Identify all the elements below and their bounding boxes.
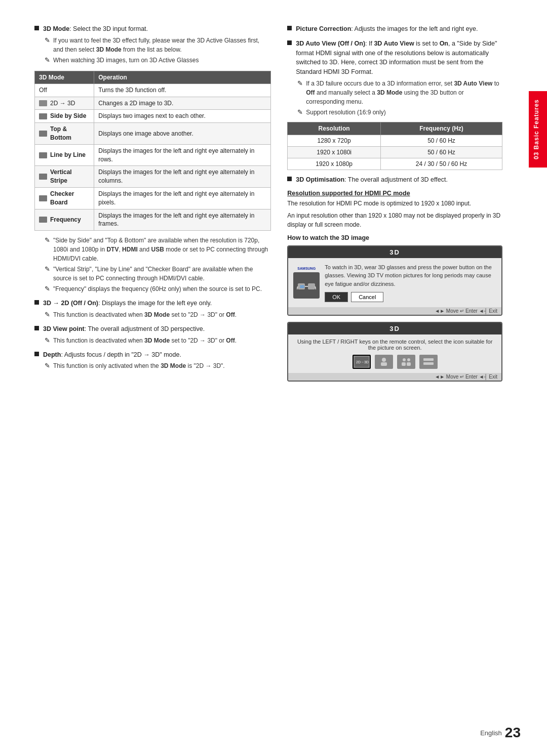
pencil-icon-7: ✎ <box>45 337 50 344</box>
page-number-bar: English 23 <box>480 726 521 740</box>
mode-icon <box>39 100 47 106</box>
dialog2-text: Using the LEFT / RIGHT keys on the remot… <box>297 339 492 351</box>
dialog2-body: Using the LEFT / RIGHT keys on the remot… <box>288 334 501 373</box>
sub-text-depth: This function is only activated when the… <box>53 361 225 370</box>
bullet-3d-mode-text: 3D Mode: Select the 3D input format. <box>43 24 148 34</box>
cancel-button[interactable]: Cancel <box>351 292 383 302</box>
res-cell: 1920 x 1080i <box>288 146 381 158</box>
3d-viewpoint-text: 3D View point: The overall adjustment of… <box>43 324 205 334</box>
pencil-icon-8: ✎ <box>45 362 50 369</box>
picture-correction-label: Picture Correction <box>296 25 351 32</box>
operation-cell: Displays two images next to each other. <box>94 110 271 123</box>
svg-rect-15 <box>407 362 411 366</box>
3d-auto-view-label: 3D Auto View (Off / On) <box>296 40 365 47</box>
hdmi-section-heading: Resolution supported for HDMI PC mode <box>287 190 502 197</box>
svg-rect-17 <box>423 358 434 361</box>
3d-2d-text: 3D → 2D (Off / On): Displays the image f… <box>43 299 212 308</box>
depth-text: Depth: Adjusts focus / depth in "2D → 3D… <box>43 350 181 360</box>
bullet-icon <box>34 300 39 305</box>
table-row: Top & Bottom Displays one image above an… <box>35 123 271 145</box>
table-header-operation: Operation <box>94 71 271 83</box>
svg-text:2D→3D: 2D→3D <box>356 360 369 364</box>
bullet-icon <box>287 26 292 30</box>
person-icon-2 <box>399 357 413 367</box>
table-row: 2D → 3D Changes a 2D image to 3D. <box>35 97 271 110</box>
svg-rect-14 <box>402 362 406 366</box>
pencil-icon-2: ✎ <box>45 56 50 64</box>
bullet-3d-mode: 3D Mode: Select the 3D input format. ✎ I… <box>34 24 271 65</box>
bullet-icon <box>34 352 39 356</box>
bullet-icon <box>287 177 292 181</box>
section-tab: 03 Basic Features <box>529 91 547 167</box>
svg-rect-1 <box>308 283 315 289</box>
mode-cell: Frequency <box>35 209 94 231</box>
res-header-res: Resolution <box>288 122 381 135</box>
dialog-icon-area: SAMSUNG 3D <box>293 267 320 299</box>
sub-text-viewpoint: This function is deactivated when 3D Mod… <box>53 336 237 345</box>
d2-icon-4 <box>419 355 438 369</box>
svg-rect-11 <box>399 357 413 367</box>
dialog-box-1: 3D SAMSUNG 3D <box>287 245 502 316</box>
page-number: 23 <box>505 726 521 740</box>
svg-rect-10 <box>381 362 387 366</box>
sub-bullet-2: ✎ When watching 3D images, turn on 3D Ac… <box>45 56 271 65</box>
note-text-2: "Vertical Strip", "Line by Line" and "Ch… <box>53 265 271 283</box>
mode-label: 3D Mode <box>43 25 69 32</box>
dialog-header-1: 3D <box>288 246 501 258</box>
pencil-icon-9: ✎ <box>297 79 303 87</box>
dialog-header-2: 3D <box>288 323 501 334</box>
table-row: Vertical Stripe Displays the images for … <box>35 166 271 188</box>
sub-bullet-auto-view-2: ✎ Support resolution (16:9 only) <box>297 108 502 117</box>
mode-cell: Side by Side <box>35 110 94 123</box>
table-row: Side by Side Displays two images next to… <box>35 110 271 123</box>
res-cell: 1280 x 720p <box>288 135 381 146</box>
bullet-3d-to-2d: 3D → 2D (Off / On): Displays the image f… <box>34 299 271 319</box>
mode-icon <box>39 131 47 137</box>
note-text-1: "Side by Side" and "Top & Bottom" are av… <box>53 236 271 263</box>
mode-cell: 2D → 3D <box>35 97 94 110</box>
d2-icon-3 <box>397 355 415 369</box>
sub-text-auto-view-1: If a 3D failure occurs due to a 3D infor… <box>306 79 502 106</box>
freq-cell: 50 / 60 Hz <box>381 146 502 158</box>
mode-icon <box>39 217 47 223</box>
watch-3d-heading: How to watch the 3D image <box>287 234 502 241</box>
mode-table: 3D Mode Operation Off Turns the 3D funct… <box>34 71 271 231</box>
dialog-box-2: 3D Using the LEFT / RIGHT keys on the re… <box>287 322 502 382</box>
2d-3d-icon: 2D→3D <box>355 357 369 367</box>
hdmi-text-1: The resolution for HDMI PC mode is optim… <box>287 199 502 208</box>
bullet-picture-correction: Picture Correction: Adjusts the images f… <box>287 24 502 34</box>
sub-text-3d-2d: This function is deactivated when 3D Mod… <box>53 310 237 319</box>
freq-cell: 50 / 60 Hz <box>381 135 502 146</box>
sub-bullet-1: ✎ If you want to feel the 3D effect full… <box>45 36 271 54</box>
bullet-icon <box>34 26 39 30</box>
svg-point-13 <box>407 358 410 361</box>
operation-cell: Displays the images for the left and rig… <box>94 187 271 209</box>
mode-icon <box>39 152 47 158</box>
dialog-text-1: To watch in 3D, wear 3D glasses and pres… <box>325 264 492 287</box>
mode-cell: Off <box>35 83 94 97</box>
table-row: Line by Line Displays the images for the… <box>35 144 271 166</box>
mode-cell: Checker Board <box>35 187 94 209</box>
depth-label: Depth <box>43 351 61 358</box>
ok-button[interactable]: OK <box>325 292 348 302</box>
3d-glasses-icon: 3D <box>293 272 320 299</box>
pencil-icon-3: ✎ <box>45 236 50 244</box>
pencil-icon-10: ✎ <box>297 108 303 116</box>
english-label: English <box>480 729 502 737</box>
bullet-depth: Depth: Adjusts focus / depth in "2D → 3D… <box>34 350 271 371</box>
person-icon-1 <box>377 357 391 367</box>
bullet-3d-viewpoint: 3D View point: The overall adjustment of… <box>34 324 271 345</box>
res-cell: 1920 x 1080p <box>288 158 381 170</box>
mode-icon <box>39 113 47 119</box>
dialog2-icons-row: 2D→3D <box>294 355 495 369</box>
dialog-body-1: SAMSUNG 3D <box>288 258 501 308</box>
table-row: Checker Board Displays the images for th… <box>35 187 271 209</box>
svg-line-3 <box>297 286 298 289</box>
table-row: Off Turns the 3D function off. <box>35 83 271 97</box>
d2-icon-2 <box>375 355 393 369</box>
mode-icon <box>39 174 47 180</box>
sub-bullet-auto-view-1: ✎ If a 3D failure occurs due to a 3D inf… <box>297 79 502 106</box>
pencil-icon-5: ✎ <box>45 285 50 292</box>
3d-2d-label: 3D → 2D (Off / On) <box>43 300 98 307</box>
dialog-buttons-1: OK Cancel <box>325 292 496 302</box>
